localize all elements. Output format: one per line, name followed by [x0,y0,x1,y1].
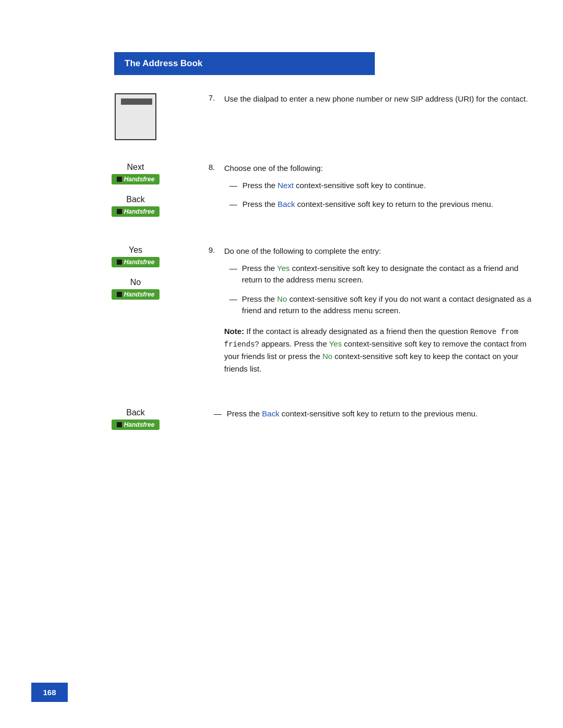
yes-link-2: Yes [329,339,341,348]
handsfree-icon-4 [117,292,122,297]
back-label-2: Back [126,408,145,417]
step-7-number: 7. [209,93,219,105]
step-7-text: Use the dialpad to enter a new phone num… [224,93,528,105]
step-8-bullet-1: — Press the Next context-sensitive soft … [229,180,493,192]
back-handsfree-button-2[interactable]: Handsfree [112,419,160,430]
page-number: 168 [31,683,68,702]
back-handsfree-button-1[interactable]: Handsfree [112,206,160,217]
header-bar: The Address Book [114,52,375,75]
yes-label: Yes [129,245,142,255]
dash-4: — [229,293,237,317]
handsfree-icon-3 [117,260,122,265]
no-handsfree-text: Handsfree [124,291,155,298]
step-9-bullet-1-text: Press the Yes context-sensitive soft key… [242,263,532,286]
next-handsfree-button[interactable]: Handsfree [112,174,160,184]
handsfree-icon-2 [117,209,122,214]
step-9-bullets: — Press the Yes context-sensitive soft k… [224,263,532,317]
next-label: Next [127,163,144,172]
step-8: 8. Choose one of the following: — Press … [209,163,532,218]
step-8-number: 8. [209,163,219,218]
step-9-number: 9. [209,245,219,384]
page-title: The Address Book [125,58,203,68]
handsfree-icon-5 [117,422,122,427]
next-link-1: Next [278,181,294,190]
yes-handsfree-button[interactable]: Handsfree [112,257,160,267]
no-handsfree-button[interactable]: Handsfree [112,289,160,300]
note-text-2: appears. Press the [261,339,329,348]
next-handsfree-text: Handsfree [124,176,155,183]
phone-screen-image [115,93,156,140]
dash-2: — [229,199,237,211]
step-8-bullet-2-text: Press the Back context-sensitive soft ke… [242,199,493,211]
dash-1: — [229,180,237,192]
step-9-bullet-2-text: Press the No context-sensitive soft key … [242,293,532,317]
no-label: No [130,278,141,287]
page-container: The Address Book 7. Use the dialpad to e… [0,0,563,728]
yes-link-1: Yes [277,264,289,273]
step-8-bullet-2: — Press the Back context-sensitive soft … [229,199,493,211]
handsfree-icon [117,177,122,182]
back-handsfree-text-1: Handsfree [124,208,155,215]
step-8-intro: Choose one of the following: [224,163,493,175]
note-text-1: If the contact is already designated as … [247,327,470,336]
step-8-bullet-1-text: Press the Next context-sensitive soft ke… [242,180,426,192]
step-8-bullets: — Press the Next context-sensitive soft … [224,180,493,211]
step-9-intro: Do one of the following to complete the … [224,245,532,257]
back-link-1: Back [278,200,295,208]
note-block: Note: If the contact is already designat… [224,325,532,376]
yes-handsfree-text: Handsfree [124,258,155,266]
no-link-1: No [277,294,287,303]
final-bullets: — Press the Back context-sensitive soft … [209,408,532,420]
note-label: Note: [224,327,244,336]
final-bullet: — Press the Back context-sensitive soft … [214,408,532,420]
no-link-2: No [322,352,332,361]
step-7: 7. Use the dialpad to enter a new phone … [209,93,532,105]
dash-5: — [214,408,222,420]
step-9: 9. Do one of the following to complete t… [209,245,532,384]
final-bullet-text: Press the Back context-sensitive soft ke… [227,408,478,420]
step-9-bullet-2: — Press the No context-sensitive soft ke… [229,293,532,317]
dash-3: — [229,263,237,286]
back-handsfree-text-2: Handsfree [124,421,155,428]
step-9-bullet-1: — Press the Yes context-sensitive soft k… [229,263,532,286]
back-link-2: Back [262,409,279,418]
back-label-1: Back [126,195,145,204]
